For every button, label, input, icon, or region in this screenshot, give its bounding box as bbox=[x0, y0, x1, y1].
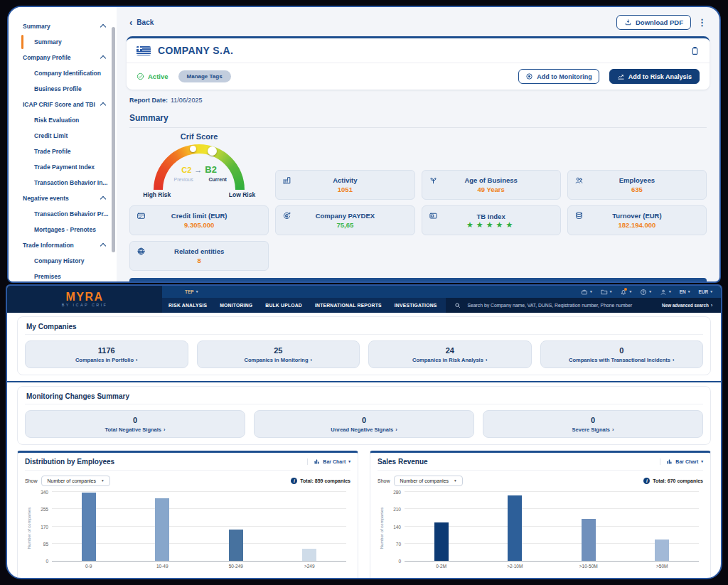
briefcase-icon[interactable]: ▾ bbox=[581, 289, 592, 296]
summary-card-turnover-eur[interactable]: Turnover (EUR)182.194.000 bbox=[567, 205, 707, 235]
org-selector[interactable]: TEP▾ bbox=[185, 289, 198, 294]
total-companies: i Total: 859 companies bbox=[291, 478, 350, 484]
euro-refresh-icon bbox=[282, 211, 291, 220]
nav-item-risk-analysis[interactable]: RISK ANALYSIS bbox=[162, 298, 213, 313]
summary-card-company-paydex[interactable]: Company PAYDEX75,65 bbox=[275, 205, 414, 235]
nav-item-investigations[interactable]: INVESTIGATIONS bbox=[388, 298, 444, 313]
header-nav-row: RISK ANALYSISMONITORINGBULK UPLOADINTERN… bbox=[162, 298, 721, 313]
gauge-arc: C2→B2 Previous Current bbox=[154, 144, 245, 190]
chevron-down-icon: ▾ bbox=[610, 290, 612, 294]
chevron-down-icon: ▾ bbox=[710, 290, 712, 294]
star-rating: ★★★★★ bbox=[466, 222, 515, 228]
help-icon[interactable]: ▾ bbox=[640, 289, 651, 296]
summary-card-age-of-business[interactable]: Age of Business49 Years bbox=[422, 170, 561, 200]
sidebar-item-risk-evaluation[interactable]: Risk Evaluation bbox=[9, 112, 117, 128]
sidebar-item-credit-limit[interactable]: Credit Limit bbox=[9, 128, 117, 144]
chevron-up-icon bbox=[100, 196, 106, 202]
y-axis-title: Number of companies bbox=[380, 505, 384, 551]
stat-tile-companies-in-risk-analysis[interactable]: 24Companies in Risk Analysis› bbox=[368, 340, 532, 368]
y-tick-label: 280 bbox=[393, 490, 401, 495]
greece-flag-icon bbox=[136, 46, 151, 55]
chevron-right-icon: › bbox=[311, 357, 313, 363]
sidebar-scrollbar[interactable] bbox=[112, 27, 115, 252]
kebab-menu-icon[interactable]: ⋮ bbox=[697, 17, 707, 28]
stat-tile-companies-with-transactional-incidents[interactable]: 0Companies with Transactional Incidents› bbox=[540, 340, 704, 368]
section-separator bbox=[7, 381, 721, 382]
card-value: 75,65 bbox=[336, 221, 353, 229]
company-name: COMPANY S.A. bbox=[158, 45, 683, 56]
chart-title: Sales Revenue bbox=[378, 458, 428, 466]
chevron-left-icon: ‹ bbox=[129, 20, 132, 26]
show-select[interactable]: Number of companies▾ bbox=[41, 476, 110, 486]
my-companies-title: My Companies bbox=[25, 321, 703, 335]
language-selector[interactable]: EN▾ bbox=[680, 289, 690, 294]
stat-tile-companies-in-monitoring[interactable]: 25Companies in Monitoring› bbox=[197, 340, 360, 368]
sidebar-item-trade-payment-index[interactable]: Trade Payment Index bbox=[9, 159, 117, 175]
chart-type-selector[interactable]: Bar Chart ▾ bbox=[660, 458, 703, 465]
help-icon bbox=[640, 289, 647, 296]
y-tick-label: 0 bbox=[398, 559, 401, 564]
chevron-up-icon bbox=[100, 55, 106, 61]
stat-tile-total-negative-signals[interactable]: 0Total Negative Signals› bbox=[25, 410, 245, 438]
sidebar-section-trade-information[interactable]: Trade Information bbox=[9, 237, 117, 253]
sidebar-item-mortgages-prenotes[interactable]: Mortgages - Prenotes bbox=[9, 222, 117, 237]
stat-value: 25 bbox=[274, 346, 282, 355]
summary-card-related-entities[interactable]: Related entities8 bbox=[129, 241, 269, 271]
sidebar-section-company-profile[interactable]: Company Profile bbox=[9, 50, 117, 65]
back-button[interactable]: ‹ Back bbox=[129, 18, 154, 26]
manage-tags-button[interactable]: Manage Tags bbox=[178, 70, 231, 82]
nav-item-bulk-upload[interactable]: BULK UPLOAD bbox=[259, 298, 309, 313]
sidebar-item-trade-profile[interactable]: Trade Profile bbox=[9, 144, 117, 159]
summary-card-credit-limit-eur[interactable]: Credit limit (EUR)9.305.000 bbox=[129, 205, 269, 235]
summary-card-activity[interactable]: Activity1051 bbox=[275, 170, 414, 200]
summary-card-tb-index[interactable]: TB Index★★★★★ bbox=[422, 205, 561, 235]
current-score: B2 bbox=[205, 164, 217, 175]
stat-value: 0 bbox=[591, 416, 595, 424]
search-input[interactable] bbox=[466, 302, 657, 308]
y-tick-label: 340 bbox=[41, 490, 48, 495]
previous-label: Previous bbox=[169, 177, 198, 182]
folder-icon[interactable]: ▾ bbox=[601, 289, 612, 296]
chart-type-selector[interactable]: Bar Chart ▾ bbox=[307, 458, 350, 465]
user-icon[interactable]: ▾ bbox=[660, 289, 671, 296]
bell-icon[interactable]: ▾ bbox=[620, 289, 631, 296]
stat-tile-companies-in-portfolio[interactable]: 1176Companies in Portfolio› bbox=[25, 340, 188, 368]
myra-logo[interactable]: MYRA BY ICAP CRIF bbox=[7, 286, 162, 313]
sprout-icon bbox=[429, 176, 438, 185]
bar-50-249 bbox=[229, 530, 243, 561]
bar-10-50m bbox=[582, 519, 596, 561]
chevron-down-icon: ▾ bbox=[454, 479, 456, 483]
sidebar-item-transaction-behavior-in[interactable]: Transaction Behavior In... bbox=[9, 175, 117, 190]
summary-card-employees[interactable]: Employees635 bbox=[567, 170, 707, 200]
sidebar-item-company-identification[interactable]: Company Identification bbox=[9, 65, 117, 81]
sidebar-section-summary[interactable]: Summary bbox=[9, 18, 117, 34]
info-icon: i bbox=[291, 478, 297, 484]
stat-label: Companies in Portfolio› bbox=[75, 357, 138, 363]
currency-selector[interactable]: EUR▾ bbox=[699, 289, 713, 294]
stat-tile-unread-negative-signals[interactable]: 0Unread Negative Signals› bbox=[254, 410, 474, 438]
plot-area: 0701402102800-2M>2-10M>10-50M>50M bbox=[405, 492, 699, 562]
download-pdf-button[interactable]: Download PDF bbox=[616, 15, 691, 30]
sidebar-item-company-history[interactable]: Company History bbox=[9, 253, 117, 269]
clipboard-icon[interactable] bbox=[690, 46, 700, 55]
nav-item-international-reports[interactable]: INTERNATIONAL REPORTS bbox=[309, 298, 388, 313]
sidebar-item-business-profile[interactable]: Business Profile bbox=[9, 81, 117, 97]
y-tick-label: 210 bbox=[393, 507, 401, 512]
sidebar-section-icap-crif-score-and-tbi[interactable]: ICAP CRIF Score and TBI bbox=[9, 97, 117, 112]
sidebar-item-premises[interactable]: Premises bbox=[9, 269, 117, 283]
report-date-label: Report Date: bbox=[129, 97, 168, 104]
y-tick-label: 170 bbox=[41, 525, 48, 530]
stat-tile-severe-signals[interactable]: 0Severe Signals› bbox=[483, 410, 703, 438]
show-select[interactable]: Number of companies▾ bbox=[394, 476, 463, 486]
nav-item-monitoring[interactable]: MONITORING bbox=[213, 298, 259, 313]
header-top-row: TEP▾ ▾▾▾▾▾EN▾EUR▾ bbox=[162, 286, 721, 298]
add-to-risk-analysis-button[interactable]: Add to Risk Analysis bbox=[609, 69, 700, 84]
advanced-search-link[interactable]: New advanced search› bbox=[662, 303, 712, 308]
chevron-right-icon: › bbox=[395, 426, 397, 433]
card-value: 182.194.000 bbox=[618, 221, 655, 229]
add-to-monitoring-button[interactable]: Add to Monitoring bbox=[518, 69, 599, 84]
sidebar-section-negative-events[interactable]: Negative events bbox=[9, 190, 117, 206]
monitoring-summary-tiles: 0Total Negative Signals›0Unread Negative… bbox=[25, 410, 703, 438]
sidebar-item-summary[interactable]: Summary bbox=[9, 34, 117, 50]
sidebar-item-transaction-behavior-pr[interactable]: Transaction Behavior Pr... bbox=[9, 206, 117, 222]
